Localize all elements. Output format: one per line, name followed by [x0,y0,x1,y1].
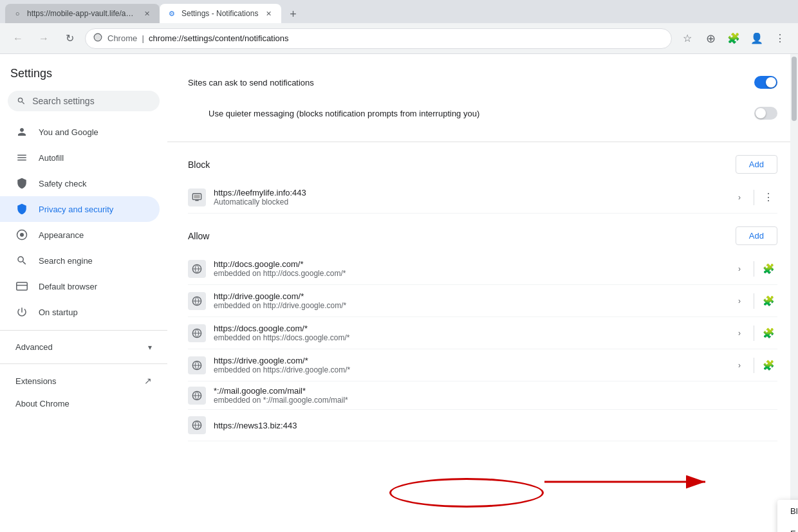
account-button[interactable]: 👤 [747,28,767,49]
svg-rect-2 [17,282,28,290]
separator [754,293,754,309]
toggle-row-2-label: Use quieter messaging (blocks notificati… [209,109,479,118]
address-bar[interactable]: Chrome | chrome://settings/content/notif… [85,28,672,49]
svg-rect-6 [195,199,198,201]
allow-add-button[interactable]: Add [736,226,777,245]
allow-item-2-sub: embedded on https://docs.google.com/* [214,333,723,342]
sidebar-item-autofill[interactable]: Autofill [0,145,167,170]
svg-rect-5 [194,195,200,198]
tab2-close[interactable]: ✕ [263,8,274,19]
sidebar-item-you-and-google[interactable]: You and Google [0,119,167,145]
app-body: Settings You and Google Autofill [0,54,798,532]
you-and-google-icon [15,125,28,138]
allow-item-3-info: https://drive.google.com/* embedded on h… [214,356,723,374]
sidebar-item-extensions[interactable]: Extensions ↗ [0,369,167,392]
allow-item-4: *://mail.google.com/mail* embedded on *:… [188,381,777,410]
sidebar-label-about-chrome: About Chrome [15,399,70,408]
allow-item-3-sub: embedded on https://drive.google.com/* [214,365,723,374]
scrollbar-thumb[interactable] [792,57,797,121]
bookmark-button[interactable]: ☆ [677,28,698,49]
allow-item-5-url: https://news13.biz:443 [214,421,777,430]
toggle-1[interactable] [754,76,777,89]
toggle-1-text: Sites can ask to send notifications [188,78,314,87]
reload-button[interactable]: ↻ [59,28,80,49]
separator [754,326,754,341]
sidebar-item-privacy-security[interactable]: Privacy and security [0,196,160,222]
block-header: Block Add [188,155,777,174]
privacy-security-icon [15,203,28,216]
forward-button[interactable]: → [33,28,54,49]
extensions-button[interactable]: 🧩 [723,28,744,49]
toggle-1-knob [766,77,776,87]
new-tab-button[interactable]: + [284,5,302,23]
sidebar-item-advanced[interactable]: Advanced ▾ [0,336,167,358]
allow-item-0-actions: › 🧩 [730,260,777,278]
sidebar-label-safety-check: Safety check [39,179,86,188]
search-settings-input[interactable] [32,96,151,106]
sidebar-label-search-engine: Search engine [39,256,93,266]
sidebar-label-you-and-google: You and Google [39,127,98,137]
toggle-2[interactable] [754,107,777,120]
search-settings-bar[interactable] [8,91,160,111]
tab-1[interactable]: ○ https://mobile-app-vault.life/aw... ✕ [5,4,160,23]
sidebar-item-safety-check[interactable]: Safety check [0,170,167,196]
toggle-row-1: Sites can ask to send notifications [188,67,777,98]
svg-point-1 [20,233,24,237]
address-prefix: Chrome | [107,33,149,43]
separator [754,261,754,277]
sidebar-divider [0,330,167,331]
allow-item-3-actions: › 🧩 [730,356,777,374]
scroll-container: Sites can ask to send notifications Use … [167,54,798,532]
allow-item-3-chevron[interactable]: › [730,356,748,374]
allow-item-2-info: https://docs.google.com/* embedded on ht… [214,324,723,342]
allow-item-5: https://news13.biz:443 [188,410,777,441]
allow-item-3-extension-icon: 🧩 [759,356,777,374]
default-browser-icon [15,280,28,293]
menu-button[interactable]: ⋮ [770,28,790,49]
allow-item-0-chevron[interactable]: › [730,260,748,278]
block-item-0-favicon [188,188,206,206]
allow-item-5-favicon [188,416,206,434]
sidebar-item-appearance[interactable]: Appearance [0,222,167,248]
allow-item-1-favicon [188,292,206,310]
nav-actions: ☆ ⊕ 🧩 👤 ⋮ [677,28,790,49]
context-menu-edit[interactable]: Edit [777,522,798,532]
tab1-close[interactable]: ✕ [142,8,152,19]
tab2-label: Settings - Notifications [181,9,258,18]
allow-item-0: http://docs.google.com/* embedded on htt… [188,253,777,285]
scrollbar-track[interactable] [790,54,798,532]
allow-item-1-chevron[interactable]: › [730,292,748,310]
allow-item-2-extension-icon: 🧩 [759,324,777,342]
block-item-0-info: https://leefmylife.info:443 Automaticall… [214,188,723,206]
address-favicon [93,33,102,44]
tab-2[interactable]: ⚙ Settings - Notifications ✕ [160,4,281,23]
toggle-2-knob [756,108,766,118]
address-url: chrome://settings/content/notifications [149,33,289,43]
block-item-0-chevron[interactable]: › [730,188,748,206]
sidebar-label-privacy-security: Privacy and security [39,205,113,214]
extensions-external-icon: ↗ [144,376,152,386]
allow-item-4-favicon [188,387,206,405]
allow-item-2: https://docs.google.com/* embedded on ht… [188,317,777,349]
allow-section: Allow Add http://docs.google.com/* embed… [167,226,798,454]
sidebar-item-search-engine[interactable]: Search engine [0,248,167,273]
allow-item-2-chevron[interactable]: › [730,324,748,342]
profile-button[interactable]: ⊕ [700,28,721,49]
sidebar-item-about-chrome[interactable]: About Chrome [0,392,167,415]
context-menu-block[interactable]: Block [777,500,798,522]
block-item-0-sub: Automatically blocked [214,197,723,206]
appearance-icon [15,228,28,241]
back-button[interactable]: ← [8,28,28,49]
tab1-favicon: ○ [13,9,22,18]
block-item-0-url: https://leefmylife.info:443 [214,188,723,197]
sidebar-item-default-browser[interactable]: Default browser [0,273,167,299]
sidebar-title: Settings [0,62,167,91]
block-item-0-more[interactable]: ⋮ [759,188,777,206]
sidebar-item-on-startup[interactable]: On startup [0,299,167,325]
block-add-button[interactable]: Add [736,155,777,174]
allow-item-2-url: https://docs.google.com/* [214,324,723,333]
allow-item-0-sub: embedded on http://docs.google.com/* [214,269,723,278]
search-engine-icon [15,254,28,267]
context-menu: Block Edit Remove [777,500,798,532]
allow-item-1-actions: › 🧩 [730,292,777,310]
